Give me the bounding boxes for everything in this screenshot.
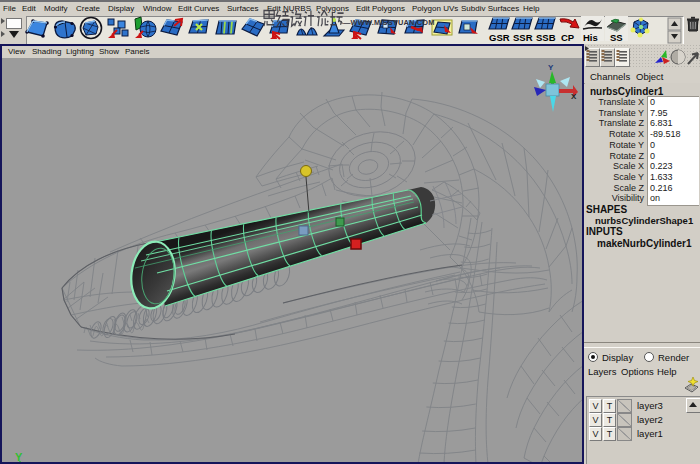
svg-text:His: His bbox=[583, 32, 598, 43]
svg-text:Y: Y bbox=[548, 63, 554, 72]
svg-text:Y: Y bbox=[15, 451, 23, 462]
svg-text:SSB: SSB bbox=[536, 32, 556, 43]
svg-text:GSR: GSR bbox=[489, 32, 510, 43]
svg-text:CP: CP bbox=[561, 32, 575, 43]
svg-text:X: X bbox=[571, 92, 577, 101]
svg-text:SSR: SSR bbox=[513, 32, 533, 43]
svg-text:SS: SS bbox=[610, 32, 623, 43]
